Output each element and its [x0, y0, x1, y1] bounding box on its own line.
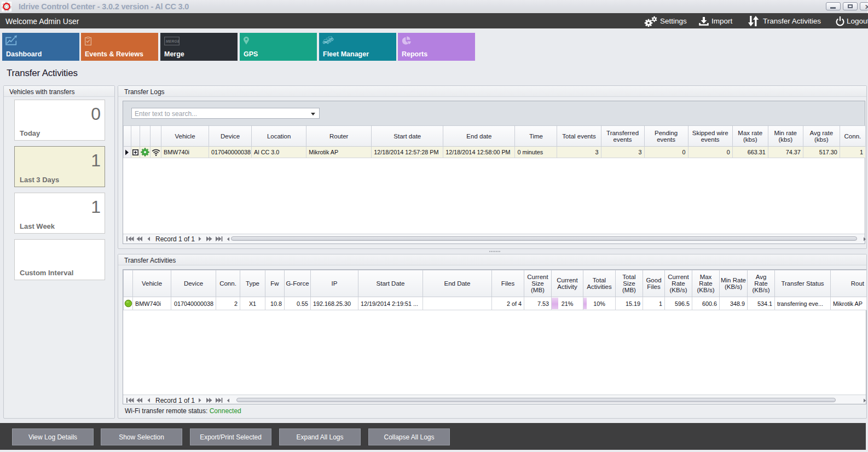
svg-text:MERGE: MERGE: [166, 39, 180, 43]
